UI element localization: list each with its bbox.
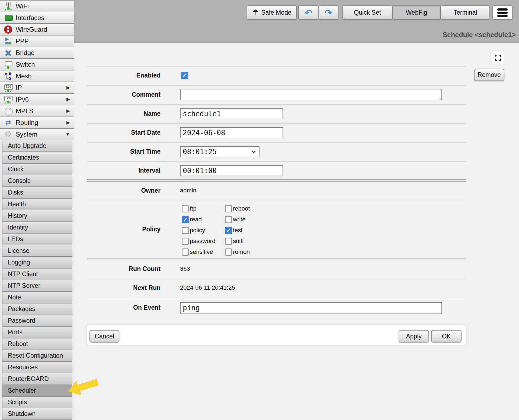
sidebar-item-label: Bridge	[16, 49, 34, 57]
divider	[87, 123, 466, 124]
policy-checkbox-grid: ftp reboot read write policy	[181, 203, 250, 257]
sidebar-item[interactable]: PPP	[0, 35, 74, 47]
sidebar-item[interactable]: Routing ▶	[0, 117, 74, 129]
divider	[87, 161, 466, 162]
tab-webfig[interactable]: WebFig	[392, 5, 441, 20]
comment-label: Comment	[87, 91, 161, 98]
sidebar-subitem[interactable]: Health	[2, 199, 72, 210]
sidebar-item[interactable]: WiFi	[0, 1, 74, 12]
sidebar-subitem[interactable]: Identity	[2, 222, 72, 234]
sidebar-subitem-label: Certificates	[8, 154, 39, 161]
sidebar-item-label: MPLS	[16, 107, 33, 115]
sidebar-subitem[interactable]: History	[2, 210, 72, 222]
sidebar-subitem[interactable]: NTP Server	[2, 280, 72, 292]
sidebar-subitem[interactable]: Ports	[2, 327, 72, 338]
sidebar-subitem[interactable]: Note	[2, 292, 72, 303]
sidebar-subitem-label: Ports	[8, 329, 23, 336]
sidebar-item[interactable]: IPv6 ▶	[0, 94, 74, 105]
sidebar-item[interactable]: Bridge	[0, 47, 74, 59]
sidebar-subitem[interactable]: LEDs	[2, 234, 72, 245]
sidebar-subitem[interactable]: Clock	[2, 164, 72, 175]
redo-button[interactable]: ↷	[319, 5, 338, 20]
redo-icon: ↷	[325, 8, 332, 17]
sidebar-subitem-label: Identity	[8, 224, 28, 231]
sidebar-item-label: Mesh	[16, 72, 32, 80]
policy-checkbox-box[interactable]	[182, 248, 189, 256]
sidebar-subitem-label: Packages	[8, 305, 35, 313]
enabled-label: Enabled	[87, 72, 161, 79]
sidebar-item[interactable]: Interfaces	[0, 12, 74, 24]
divider	[87, 66, 466, 67]
sidebar-subitem[interactable]: NTP Client	[2, 269, 72, 280]
policy-checkbox[interactable]: romon	[224, 247, 250, 257]
policy-checkbox[interactable]: sniff	[224, 236, 250, 247]
name-label: Name	[87, 110, 161, 117]
policy-checkbox[interactable]: read	[181, 214, 224, 225]
sidebar-subitem[interactable]: Packages	[2, 303, 72, 315]
enabled-checkbox[interactable]	[181, 72, 188, 79]
sidebar-subitem[interactable]: Logging	[2, 257, 72, 269]
sidebar: WiFi Interfaces WireGuard PPP Bridge	[0, 0, 74, 420]
sidebar-subitem[interactable]: Scripts	[2, 397, 72, 408]
policy-checkbox[interactable]: test	[224, 225, 250, 236]
policy-checkbox-box[interactable]	[182, 216, 189, 223]
tab-terminal[interactable]: Terminal	[441, 5, 490, 20]
sidebar-item[interactable]: Switch	[0, 59, 74, 70]
comment-input[interactable]	[180, 89, 442, 100]
policy-checkbox[interactable]: ftp	[181, 203, 224, 214]
page-title: Schedule <schedule1>	[443, 31, 516, 39]
sidebar-item[interactable]: System ▼	[0, 129, 74, 140]
sidebar-subitem[interactable]: Reset Configuration	[2, 350, 72, 362]
policy-checkbox-box[interactable]	[225, 248, 232, 256]
policy-checkbox-box[interactable]	[225, 216, 232, 223]
sidebar-item[interactable]: WireGuard	[0, 24, 74, 35]
policy-checkbox-box[interactable]	[225, 238, 232, 245]
system-submenu: Auto Upgrade Certificates Clock Console …	[2, 140, 72, 420]
sidebar-subitem[interactable]: Certificates	[2, 152, 72, 164]
policy-checkbox[interactable]: policy	[181, 225, 224, 236]
sidebar-subitem-label: NTP Server	[8, 282, 40, 289]
sidebar-item[interactable]: IP ▶	[0, 82, 74, 94]
start-time-select[interactable]: 08:01:25	[180, 146, 260, 157]
menu-button[interactable]	[492, 5, 512, 20]
policy-checkbox[interactable]: sensitive	[181, 247, 224, 257]
sidebar-subitem[interactable]: RouterBOARD	[2, 373, 72, 385]
divider	[87, 200, 466, 200]
sidebar-item-label: System	[16, 131, 37, 138]
policy-checkbox[interactable]: write	[224, 214, 250, 225]
safe-mode-label: Safe Mode	[261, 9, 291, 16]
on-event-input[interactable]: ping	[180, 302, 442, 314]
sidebar-item-label: Routing	[16, 119, 38, 127]
ok-button[interactable]: OK	[431, 330, 462, 343]
cancel-button[interactable]: Cancel	[89, 330, 119, 343]
fullscreen-button[interactable]	[492, 51, 504, 64]
tab-quick-set[interactable]: Quick Set	[342, 5, 392, 20]
policy-checkbox-box[interactable]	[182, 238, 189, 245]
ok-label: OK	[442, 333, 451, 340]
sidebar-subitem[interactable]: Disks	[2, 187, 72, 199]
sidebar-subitem[interactable]: Resources	[2, 362, 72, 373]
safe-mode-button[interactable]: ☂ Safe Mode	[247, 5, 297, 20]
sidebar-subitem[interactable]: Auto Upgrade	[2, 140, 72, 152]
start-date-input[interactable]	[180, 127, 283, 138]
policy-checkbox-box[interactable]	[225, 227, 232, 234]
sidebar-subitem[interactable]: Password	[2, 315, 72, 327]
sidebar-item[interactable]: MPLS ▶	[0, 105, 74, 117]
policy-checkbox[interactable]: reboot	[224, 203, 250, 214]
policy-checkbox-box[interactable]	[182, 227, 189, 234]
interval-input[interactable]	[180, 165, 283, 176]
name-input[interactable]	[180, 108, 283, 119]
remove-button[interactable]: Remove	[474, 69, 504, 81]
sidebar-subitem[interactable]: Reboot	[2, 338, 72, 350]
sidebar-item-icon	[4, 130, 13, 139]
sidebar-subitem[interactable]: License	[2, 245, 72, 257]
policy-checkbox[interactable]: password	[181, 236, 224, 247]
sidebar-subitem[interactable]: Console	[2, 175, 72, 187]
sidebar-item[interactable]: Mesh	[0, 70, 74, 82]
policy-checkbox-box[interactable]	[225, 205, 232, 212]
policy-checkbox-box[interactable]	[182, 205, 189, 212]
apply-button[interactable]: Apply	[399, 330, 429, 343]
sidebar-subitem[interactable]: Shutdown	[2, 408, 72, 420]
sidebar-subitem[interactable]: Scheduler	[2, 385, 72, 397]
undo-button[interactable]: ↶	[298, 5, 318, 20]
